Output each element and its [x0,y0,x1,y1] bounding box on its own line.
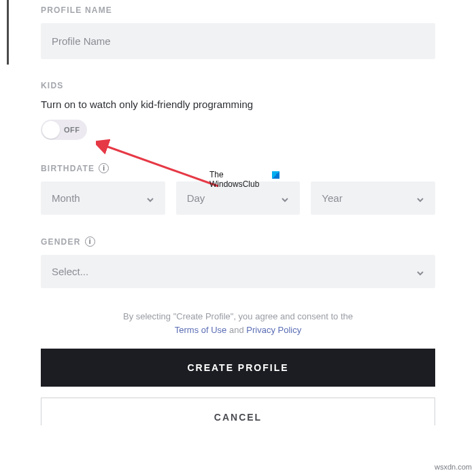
watermark-line1: The xxxxxxxxxxx [209,170,279,179]
privacy-link[interactable]: Privacy Policy [246,325,301,335]
toggle-state-label: OFF [64,126,80,134]
kids-label: KIDS [41,81,435,90]
profile-name-input[interactable] [41,23,435,59]
gender-select-value: Select... [52,266,88,277]
kids-description: Turn on to watch only kid-friendly progr… [41,99,435,110]
kids-section: KIDS Turn on to watch only kid-friendly … [41,81,435,141]
gender-section: GENDER i Select... [41,236,435,288]
profile-name-section: PROFILE NAME [41,0,435,59]
month-select[interactable]: Month [41,181,165,215]
year-select-value: Year [322,192,342,204]
watermark-logo: The xxxxxxxxxxx WindowsClub [209,170,279,190]
gender-label-text: GENDER [41,237,81,247]
cancel-button[interactable]: CANCEL [41,398,435,425]
gender-label: GENDER i [41,236,435,247]
info-icon[interactable]: i [85,236,95,247]
chevron-down-icon [416,268,424,276]
chevron-down-icon [416,194,424,203]
birthdate-label-text: BIRTHDATE [41,164,95,173]
watermark-line2: WindowsClub [209,179,279,189]
chevron-down-icon [281,194,289,203]
month-select-value: Month [52,192,80,204]
info-icon[interactable]: i [99,163,109,173]
profile-form: PROFILE NAME KIDS Turn on to watch only … [0,0,476,425]
disclaimer-text: By selecting "Create Profile", you agree… [41,310,435,336]
chevron-down-icon [146,194,154,203]
disclaimer-and: and [226,325,246,335]
watermark-site: wsxdn.com [435,463,472,471]
year-select[interactable]: Year [311,181,435,215]
day-select-value: Day [187,192,205,204]
flag-icon [272,171,279,179]
terms-link[interactable]: Terms of Use [175,325,227,335]
disclaimer-prefix: By selecting "Create Profile", you agree… [123,311,353,321]
kids-toggle[interactable]: OFF [41,120,87,140]
gender-select[interactable]: Select... [41,255,435,288]
toggle-knob [42,121,60,139]
create-profile-button[interactable]: CREATE PROFILE [41,349,435,387]
profile-name-label: PROFILE NAME [41,5,435,15]
